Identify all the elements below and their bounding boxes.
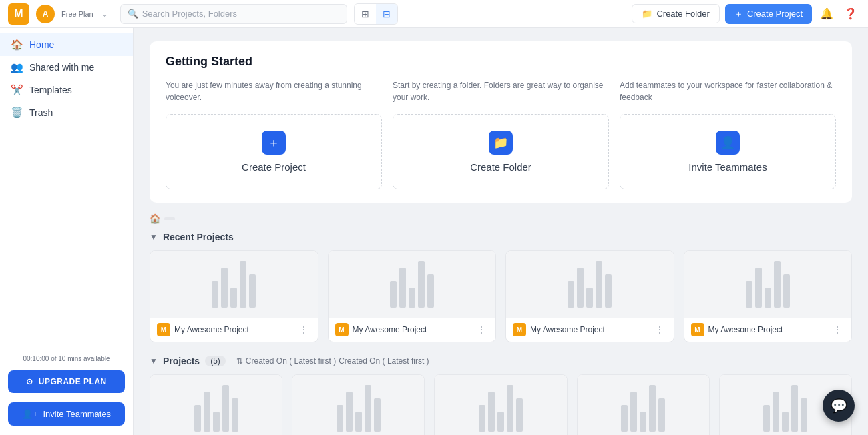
layout: 🏠 Home 👥 Shared with me ✂️ Templates 🗑️ … (0, 28, 868, 435)
search-input[interactable] (142, 9, 340, 19)
breadcrumb: 🏠 (150, 213, 852, 224)
app-logo: M (8, 3, 29, 25)
project-thumbnail (578, 375, 709, 435)
project-menu-button[interactable]: ⋮ (652, 323, 667, 336)
project-menu-button[interactable]: ⋮ (296, 323, 311, 336)
sidebar-item-shared[interactable]: 👥 Shared with me (0, 56, 133, 79)
upgrade-section: ⊙ UPGRADE PLAN (8, 370, 125, 393)
recent-projects-grid: MMy Awesome Project⋮MMy Awesome Project⋮… (150, 250, 852, 342)
gs-col-1: You are just few minutes away from creat… (166, 79, 382, 103)
project-thumbnail (150, 251, 318, 318)
projects-section-header: ▼ Projects (5) ⇅ Created On ( Latest fir… (150, 356, 852, 366)
templates-icon: ✂️ (11, 84, 23, 96)
create-folder-card[interactable]: 📁 Create Folder (393, 114, 609, 189)
upgrade-icon: ⊙ (26, 377, 33, 386)
sort-label-text: Created On ( Latest first ) (339, 356, 429, 366)
project-thumbnail (329, 251, 496, 318)
sidebar-home-label: Home (29, 39, 54, 50)
trash-icon: 🗑️ (11, 107, 23, 119)
grid-view-btn[interactable]: ⊟ (376, 4, 397, 24)
projects-count-badge: (5) (205, 356, 226, 366)
create-project-card[interactable]: ＋ Create Project (166, 114, 382, 189)
chat-button[interactable]: 💬 (823, 390, 855, 422)
project-name: My Awesome Project (174, 325, 292, 334)
gs-desc-1: You are just few minutes away from creat… (166, 79, 382, 103)
create-folder-card-label: Create Folder (470, 161, 531, 173)
recent-project-card[interactable]: MMy Awesome Project⋮ (684, 250, 853, 342)
topbar-actions: 📁 Create Folder ＋ Create Project 🔔 ❓ (632, 4, 860, 24)
project-card[interactable]: MMy Awesome Project⋮ (577, 374, 710, 435)
plan-chevron-icon[interactable]: ⌄ (101, 9, 108, 19)
create-folder-button[interactable]: 📁 Create Folder (632, 4, 719, 23)
sort-icon: ⇅ (236, 356, 243, 366)
search-icon: 🔍 (128, 9, 138, 19)
plan-label: Free Plan (61, 10, 93, 18)
sidebar-templates-label: Templates (29, 85, 72, 95)
gs-col-2: Start by creating a folder. Folders are … (393, 79, 609, 103)
sidebar-shared-label: Shared with me (29, 62, 94, 73)
gs-desc-3: Add teammates to your workspace for fast… (620, 79, 836, 103)
project-logo: M (335, 323, 349, 336)
topbar: M A Free Plan ⌄ 🔍 ⊞ ⊟ 📁 Create Folder ＋ … (0, 0, 868, 28)
sidebar-trash-label: Trash (29, 107, 53, 118)
create-project-button[interactable]: ＋ Create Project (725, 4, 812, 24)
invite-teammates-button[interactable]: 👤+ Invite Teammates (8, 402, 125, 426)
gs-desc-2: Start by creating a folder. Folders are … (393, 79, 609, 103)
sort-label: Created On ( Latest first ) (246, 356, 336, 366)
create-project-card-label: Create Project (242, 161, 306, 173)
recent-projects-title: Recent Projects (163, 232, 234, 242)
project-menu-button[interactable]: ⋮ (830, 323, 845, 336)
getting-started-title: Getting Started (166, 55, 836, 69)
project-logo: M (513, 323, 526, 336)
getting-started-section: Getting Started You are just few minutes… (150, 41, 852, 203)
project-thumbnail (506, 251, 674, 318)
sidebar-item-home[interactable]: 🏠 Home (0, 33, 133, 56)
projects-chevron-icon[interactable]: ▼ (150, 356, 158, 366)
invite-teammates-card-label: Invite Teammates (688, 161, 767, 173)
projects-section-title: Projects (163, 356, 200, 366)
gs-col-3: Add teammates to your workspace for fast… (620, 79, 836, 103)
recent-chevron-icon[interactable]: ▼ (150, 232, 158, 242)
projects-sort[interactable]: ⇅ Created On ( Latest first ) Created On… (236, 356, 429, 366)
sidebar-item-templates[interactable]: ✂️ Templates (0, 79, 133, 101)
sidebar: 🏠 Home 👥 Shared with me ✂️ Templates 🗑️ … (0, 28, 134, 435)
sidebar-item-trash[interactable]: 🗑️ Trash (0, 101, 133, 124)
upgrade-plan-button[interactable]: ⊙ UPGRADE PLAN (8, 370, 125, 393)
recent-project-card[interactable]: MMy Awesome Project⋮ (150, 250, 318, 342)
user-avatar[interactable]: A (36, 5, 55, 23)
home-icon: 🏠 (11, 39, 23, 51)
invite-icon: 👤+ (22, 409, 38, 419)
invite-teammates-card-icon: 👤 (716, 131, 740, 155)
project-card[interactable]: MMy Awesome Project⋮ (150, 374, 282, 435)
notifications-button[interactable]: 🔔 (817, 5, 836, 23)
project-name: My Awesome Project (708, 325, 827, 334)
shared-icon: 👥 (11, 61, 23, 73)
project-card[interactable]: MMy Awesome Project⋮ (434, 374, 567, 435)
breadcrumb-current (164, 218, 175, 220)
breadcrumb-home-icon[interactable]: 🏠 (150, 213, 160, 224)
getting-started-cards: ＋ Create Project 📁 Create Folder 👤 Invit… (166, 114, 836, 189)
project-logo: M (691, 323, 704, 336)
folder-icon: 📁 (642, 9, 652, 19)
recent-project-card[interactable]: MMy Awesome Project⋮ (505, 250, 674, 342)
invite-teammates-card[interactable]: 👤 Invite Teammates (620, 114, 836, 189)
main-content: Getting Started You are just few minutes… (134, 28, 868, 435)
search-bar[interactable]: 🔍 (120, 4, 347, 24)
getting-started-grid: You are just few minutes away from creat… (166, 79, 836, 103)
project-thumbnail (684, 251, 852, 318)
view-toggle: ⊞ ⊟ (354, 3, 398, 25)
plus-icon: ＋ (734, 8, 743, 20)
create-project-card-icon: ＋ (262, 131, 286, 155)
recent-project-card[interactable]: MMy Awesome Project⋮ (328, 250, 497, 342)
project-thumbnail (435, 375, 566, 435)
all-projects-grid: MMy Awesome Project⋮MMy Awesome Project⋮… (150, 374, 852, 435)
project-card[interactable]: MMy Awesome Project⋮ (292, 374, 425, 435)
project-thumbnail (292, 375, 424, 435)
create-folder-card-icon: 📁 (489, 131, 513, 155)
project-name: My Awesome Project (353, 325, 471, 334)
list-view-btn[interactable]: ⊞ (355, 4, 376, 24)
project-logo: M (157, 323, 170, 336)
project-menu-button[interactable]: ⋮ (474, 323, 489, 336)
help-button[interactable]: ❓ (841, 5, 860, 23)
upgrade-time: 00:10:00 of 10 mins available (0, 355, 133, 362)
